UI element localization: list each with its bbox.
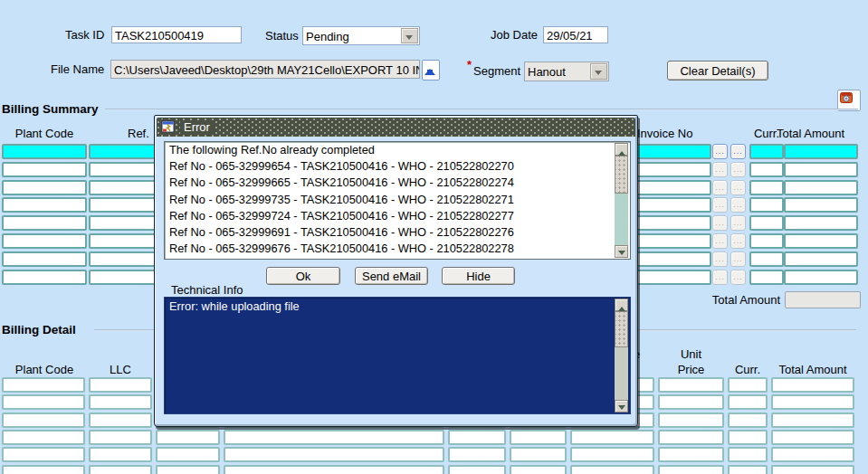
lookup-button[interactable]: ... — [730, 144, 746, 159]
total-amount-cell[interactable] — [784, 270, 858, 285]
job-date-field[interactable]: 29/05/21 — [543, 26, 608, 43]
error-dialog: Error The following Ref.No already compl… — [154, 115, 638, 427]
scroll-down-icon[interactable] — [615, 245, 628, 258]
total-amount-cell[interactable] — [784, 251, 858, 267]
column-header-llc: LLC — [89, 363, 152, 376]
plant-code-cell[interactable] — [2, 251, 87, 267]
lookup-button[interactable]: ... — [712, 233, 728, 249]
plant-code-cell[interactable] — [2, 233, 87, 249]
column-header-total-amount: Total Amount — [777, 127, 860, 140]
segment-label: Segment — [473, 64, 520, 78]
file-name-field[interactable]: C:\Users\Javeed\Desktop\29th MAY21Cello\… — [110, 60, 420, 79]
error-message-line: The following Ref.No already completed — [165, 142, 630, 158]
status-select[interactable]: Pending — [302, 26, 420, 45]
summary-total-amount-label: Total Amount — [697, 293, 780, 307]
plant-code-cell[interactable] — [2, 180, 87, 195]
plant-code-cell[interactable] — [2, 162, 87, 177]
file-name-label: File Name — [51, 62, 104, 76]
scrollbar-thumb[interactable] — [615, 156, 628, 194]
lookup-button[interactable]: ... — [730, 197, 746, 213]
curr-cell[interactable] — [749, 233, 784, 249]
scroll-up-icon[interactable] — [615, 299, 628, 311]
scrollbar[interactable] — [615, 143, 629, 258]
invoice-no-cell[interactable] — [634, 233, 711, 249]
invoice-no-cell[interactable] — [634, 162, 711, 177]
lookup-button[interactable]: ... — [730, 233, 746, 249]
curr-cell[interactable] — [749, 197, 784, 213]
upload-button[interactable] — [422, 60, 440, 81]
curr-cell[interactable] — [749, 215, 784, 231]
lookup-button[interactable]: ... — [712, 144, 728, 159]
lookup-button[interactable]: ... — [730, 162, 746, 177]
plant-code-cell[interactable] — [2, 270, 87, 285]
invoice-no-cell[interactable] — [634, 144, 711, 159]
task-id-field[interactable]: TASK210500419 — [111, 26, 242, 43]
invoice-no-cell[interactable] — [634, 180, 711, 195]
total-amount-cell[interactable] — [784, 197, 858, 213]
job-date-label: Job Date — [491, 28, 538, 42]
billing-detail-title: Billing Detail — [2, 323, 76, 337]
plant-code-cell[interactable] — [2, 197, 87, 213]
plant-code-cell[interactable] — [2, 144, 87, 159]
curr-cell[interactable] — [749, 270, 784, 285]
task-id-label: Task ID — [65, 28, 104, 42]
detail-row — [0, 465, 868, 474]
lookup-button[interactable]: ... — [730, 270, 746, 285]
summary-total-amount-field[interactable] — [785, 291, 861, 308]
column-header-price: Price — [658, 363, 724, 376]
invoice-no-cell[interactable] — [634, 215, 711, 231]
curr-cell[interactable] — [749, 180, 784, 195]
camera-icon — [840, 91, 853, 104]
clear-details-button[interactable]: Clear Detail(s) — [667, 61, 768, 81]
lookup-button[interactable]: ... — [712, 270, 728, 285]
hide-button[interactable]: Hide — [442, 267, 515, 285]
column-header-plant-code: Plant Code — [2, 363, 87, 376]
error-message-line: Ref No - 065-32999691 - TASK210500416 - … — [165, 224, 630, 241]
column-header-plant-code: Plant Code — [2, 127, 87, 140]
dialog-titlebar[interactable]: Error — [157, 118, 635, 137]
scroll-down-icon[interactable] — [615, 400, 628, 412]
curr-cell[interactable] — [749, 251, 784, 267]
section-divider — [105, 109, 858, 110]
column-header-curr: Curr. — [728, 363, 768, 376]
lookup-button[interactable]: ... — [712, 162, 728, 177]
lookup-button[interactable]: ... — [712, 180, 728, 195]
detail-row — [0, 430, 868, 447]
column-header-ref: Ref. — [128, 127, 149, 140]
lookup-button[interactable]: ... — [730, 215, 746, 231]
curr-cell[interactable] — [749, 144, 784, 159]
ok-button[interactable]: Ok — [266, 267, 340, 285]
column-header-total-amount: Total Amount — [771, 363, 854, 376]
column-header-invoice-no: Invoice No — [637, 127, 692, 140]
error-message-list[interactable]: The following Ref.No already completed R… — [164, 141, 631, 260]
chevron-down-icon[interactable] — [590, 63, 607, 80]
app-window: Task ID TASK210500419 Status Pending Job… — [0, 0, 868, 474]
scroll-up-icon[interactable] — [615, 143, 628, 156]
invoice-no-cell[interactable] — [634, 197, 711, 213]
scrollbar-thumb[interactable] — [615, 311, 628, 347]
lookup-button[interactable]: ... — [712, 251, 728, 267]
send-email-button[interactable]: Send eMail — [355, 267, 428, 285]
scrollbar[interactable] — [615, 299, 629, 412]
technical-info-box[interactable]: Error: while uploading file — [164, 297, 631, 414]
detail-row — [0, 447, 868, 464]
technical-info-label: Technical Info — [171, 283, 243, 297]
lookup-button[interactable]: ... — [730, 251, 746, 267]
total-amount-cell[interactable] — [784, 180, 858, 195]
total-amount-cell[interactable] — [784, 233, 858, 249]
segment-value: Hanout — [528, 65, 566, 79]
lookup-button[interactable]: ... — [712, 197, 728, 213]
lookup-button[interactable]: ... — [712, 215, 728, 231]
chevron-down-icon[interactable] — [401, 28, 418, 43]
total-amount-cell[interactable] — [784, 144, 858, 159]
curr-cell[interactable] — [749, 162, 784, 177]
invoice-no-cell[interactable] — [634, 251, 711, 267]
forms-dialog-icon — [161, 119, 176, 134]
lookup-button[interactable]: ... — [730, 180, 746, 195]
total-amount-cell[interactable] — [784, 215, 858, 231]
plant-code-cell[interactable] — [2, 215, 87, 231]
invoice-no-cell[interactable] — [634, 270, 711, 285]
technical-info-text: Error: while uploading file — [165, 298, 630, 315]
total-amount-cell[interactable] — [784, 162, 858, 177]
segment-select[interactable]: Hanout — [524, 62, 609, 81]
